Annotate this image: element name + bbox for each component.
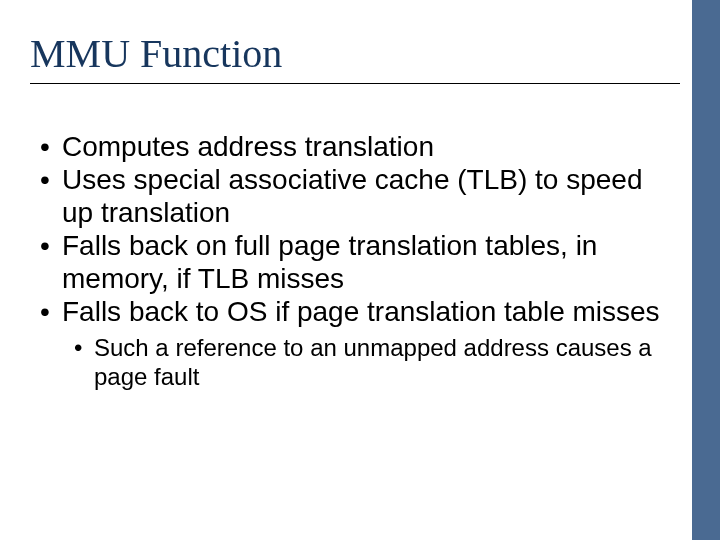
bullet-item: Uses special associative cache (TLB) to … [40,163,660,229]
title-area: MMU Function [30,30,680,84]
sub-bullet-list: Such a reference to an unmapped address … [40,334,660,392]
accent-sidebar [692,0,720,540]
title-underline [30,83,680,84]
sub-bullet-item: Such a reference to an unmapped address … [74,334,660,392]
bullet-item: Falls back on full page translation tabl… [40,229,660,295]
bullet-list: Computes address translation Uses specia… [40,130,660,328]
bullet-item: Computes address translation [40,130,660,163]
slide-body: Computes address translation Uses specia… [40,130,660,392]
slide-title: MMU Function [30,30,680,77]
bullet-item: Falls back to OS if page translation tab… [40,295,660,328]
